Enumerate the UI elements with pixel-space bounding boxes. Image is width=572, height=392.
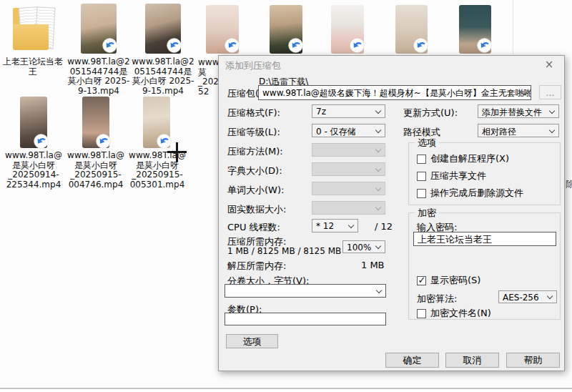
word-size-combobox: [312, 182, 385, 195]
chevron-down-icon: [375, 185, 381, 190]
password-value: 上老王论坛当老王: [418, 234, 492, 245]
parameters-input[interactable]: [225, 313, 386, 325]
memory-percent-combobox[interactable]: 100%: [342, 240, 385, 253]
encryption-method-label: 加密算法:: [417, 293, 457, 305]
delete-after-checkbox-row[interactable]: 操作完成后删除源文件: [417, 187, 523, 200]
encryption-method-value: AES-256: [503, 293, 539, 303]
browse-button[interactable]: ...: [539, 85, 561, 99]
checkbox-unchecked[interactable]: [417, 189, 426, 198]
folder-front-icon: [13, 24, 49, 50]
compress-memory-detail: 1 MB / 8125 MB / 8125 MB: [227, 246, 341, 256]
cpu-threads-max: / 12: [375, 221, 393, 232]
checkbox-unchecked[interactable]: [417, 155, 426, 164]
memory-percent-value: 100%: [347, 242, 371, 253]
path-mode-value: 相对路径: [482, 127, 516, 137]
xunlei-arrow-icon: [167, 38, 182, 53]
close-icon[interactable]: ×: [534, 56, 564, 73]
level-label: 压缩等级(L):: [227, 126, 280, 139]
encryption-method-combobox[interactable]: AES-256: [498, 290, 557, 303]
chevron-down-icon: [375, 165, 381, 171]
level-combobox[interactable]: 0 - 仅存储: [312, 124, 385, 137]
dialog-titlebar[interactable]: 添加到压缩包 ×: [219, 56, 564, 73]
ok-button[interactable]: 确定: [385, 353, 439, 368]
xunlei-arrow-icon: [477, 38, 492, 53]
xunlei-arrow-icon: [225, 38, 240, 53]
encrypt-filenames-checkbox-row[interactable]: 加密文件名(N): [417, 307, 491, 320]
chevron-down-icon[interactable]: [376, 287, 382, 293]
chevron-down-icon: [375, 204, 381, 210]
chevron-down-icon[interactable]: [375, 243, 381, 249]
format-combobox[interactable]: 7z: [312, 104, 385, 118]
chevron-down-icon[interactable]: [348, 222, 354, 227]
desktop-icon-folder[interactable]: [11, 6, 56, 53]
chevron-down-icon[interactable]: [547, 293, 553, 299]
options-group-title: 选项: [415, 137, 439, 150]
xunlei-arrow-icon: [102, 38, 117, 53]
crosshair-cursor: [167, 142, 187, 162]
method-combobox: [312, 143, 385, 157]
split-volume-combobox[interactable]: [225, 284, 386, 298]
xunlei-arrow-icon: [34, 134, 49, 149]
cpu-threads-combobox[interactable]: * 12: [312, 219, 358, 232]
decompress-memory-value: 1 MB: [361, 260, 385, 270]
chevron-down-icon[interactable]: [375, 127, 381, 132]
update-mode-label: 更新方式(U):: [403, 107, 458, 119]
solid-block-label: 固实数据大小:: [227, 203, 286, 216]
background-window-edge: [513, 0, 513, 54]
archive-name-combobox[interactable]: www.98T.la@超级名媛下海！超模身材~【是莫小白呀】金主无套啪啪 超级尤…: [258, 85, 531, 100]
level-value: 0 - 仅存储: [316, 127, 356, 137]
update-mode-combobox[interactable]: 添加并替换文件: [478, 104, 559, 118]
method-label: 压缩方法(M):: [227, 145, 283, 158]
xunlei-arrow-icon: [288, 38, 303, 53]
xunlei-arrow-icon: [96, 134, 111, 149]
encryption-groupbox: 加密 输入密码: 上老王论坛当老王 显示密码(S) 加密算法: AES-256 …: [408, 212, 561, 320]
chevron-down-icon[interactable]: [375, 107, 381, 113]
format-label: 压缩格式(F):: [227, 107, 280, 119]
create-sfx-label: 创建自解压程序(X): [430, 152, 509, 165]
checkbox-unchecked[interactable]: [417, 172, 426, 181]
cpu-threads-value: * 12: [316, 221, 334, 231]
xunlei-arrow-icon: [413, 38, 428, 53]
shared-files-label: 压缩共享文件: [430, 170, 486, 182]
solid-block-combobox: [312, 201, 385, 215]
chevron-down-icon: [375, 146, 381, 152]
show-password-checkbox-row[interactable]: 显示密码(S): [417, 274, 480, 287]
update-mode-value: 添加并替换文件: [482, 107, 542, 117]
options-button[interactable]: 选项: [226, 334, 278, 348]
video-file-label[interactable]: www.98T.la@2051544744是莫小白呀 2025-9-13.mp4: [67, 57, 130, 96]
video-file-label[interactable]: www.98T.la@是莫小白呀_20250914-225344.mp4: [2, 151, 65, 190]
dictionary-combobox: [312, 162, 385, 176]
checkbox-checked[interactable]: [417, 276, 426, 285]
xunlei-arrow-icon: [350, 38, 365, 53]
options-groupbox: 选项 创建自解压程序(X) 压缩共享文件 操作完成后删除源文件: [408, 142, 561, 205]
create-sfx-checkbox-row[interactable]: 创建自解压程序(X): [417, 152, 509, 165]
checkbox-unchecked[interactable]: [417, 309, 426, 318]
path-mode-combobox[interactable]: 相对路径: [478, 124, 559, 137]
encrypt-filenames-label: 加密文件名(N): [430, 307, 491, 320]
cancel-button[interactable]: 取消: [445, 353, 499, 368]
taskbar-strip: [0, 389, 572, 392]
dialog-title: 添加到压缩包: [225, 59, 281, 72]
show-password-label: 显示密码(S): [430, 274, 480, 287]
shared-files-checkbox-row[interactable]: 压缩共享文件: [417, 170, 486, 182]
word-size-label: 单词大小(W):: [227, 184, 284, 197]
video-file-label[interactable]: www.98T.la@2051544744是莫小白呀 2025-9-15.mp4: [132, 57, 194, 96]
chevron-down-icon[interactable]: [549, 127, 555, 132]
video-file-label[interactable]: www.98T.la@是莫小白呀_20250915-004746.mp4: [64, 151, 127, 190]
archive-name-value: www.98T.la@超级名媛下海！超模身材~【是莫小白呀】金主无套啪啪 超级尤…: [262, 88, 531, 98]
folder-label[interactable]: 上老王论坛当老王: [1, 57, 64, 77]
decompress-memory-label: 解压所需内存:: [227, 260, 286, 273]
format-value: 7z: [316, 107, 326, 117]
cpu-threads-label: CPU 线程数:: [227, 221, 280, 234]
encryption-group-title: 加密: [415, 207, 439, 220]
clipped-label-fragment: 除: [566, 178, 572, 188]
delete-after-label: 操作完成后删除源文件: [430, 187, 523, 200]
add-to-archive-dialog: 添加到压缩包 × 压缩包(A) D:\迅雷下载\ www.98T.la@超级名媛…: [218, 55, 565, 371]
help-button[interactable]: 帮助: [506, 353, 560, 368]
dictionary-label: 字典大小(D):: [227, 165, 282, 177]
password-input[interactable]: 上老王论坛当老王: [413, 232, 556, 246]
chevron-down-icon[interactable]: [549, 107, 555, 113]
